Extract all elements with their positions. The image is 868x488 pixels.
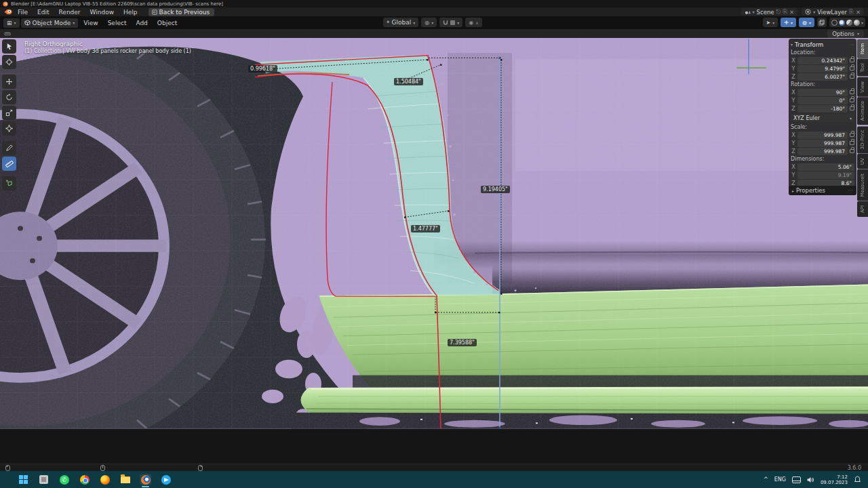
chrome-button[interactable]	[79, 474, 90, 485]
lock-icon[interactable]	[850, 98, 854, 102]
menu-render[interactable]: Render	[55, 8, 85, 16]
tab-measureit[interactable]: MeasureIt	[857, 169, 868, 201]
lock-icon[interactable]	[850, 133, 854, 137]
transform-tool[interactable]	[2, 121, 16, 136]
lock-icon[interactable]	[850, 66, 854, 70]
lock-icon[interactable]	[850, 149, 854, 153]
new-scene-icon[interactable]: ⎘	[783, 8, 787, 16]
menu-window[interactable]: Window	[86, 8, 119, 16]
tab-item[interactable]: Item	[857, 39, 868, 58]
select-box-tool[interactable]	[2, 39, 16, 54]
snap-controls[interactable]: ▾	[439, 18, 462, 27]
rotation-mode-dropdown[interactable]: XYZ Euler ▾	[791, 114, 854, 122]
menu-object[interactable]: Object	[153, 19, 181, 27]
solid-shading-button[interactable]	[839, 20, 845, 26]
add-cube-tool[interactable]	[2, 176, 16, 190]
cursor-tool[interactable]	[2, 55, 16, 69]
close-icon[interactable]: ✕	[789, 9, 794, 16]
options-dropdown[interactable]: Options ▾	[827, 30, 864, 38]
new-layer-icon[interactable]: ⎘	[849, 8, 854, 16]
orientation-dropdown[interactable]: ⌖ Global ▾	[383, 18, 418, 27]
menu-help[interactable]: Help	[119, 8, 142, 16]
view-layer-selector[interactable]: ▾ ViewLayer ⎘ ✕	[802, 8, 864, 16]
unlink-icon[interactable]: ⎋	[776, 8, 781, 16]
tab-3d-print[interactable]: 3D-Print	[857, 126, 868, 153]
scene-selector[interactable]: ▾ Scene ⎋ ⎘ ✕	[741, 8, 798, 16]
move-tool[interactable]	[2, 75, 16, 89]
rotation-z-field[interactable]: -180°	[797, 105, 848, 113]
menu-view[interactable]: View	[79, 19, 102, 27]
file-explorer-button[interactable]	[119, 474, 131, 485]
tab-view[interactable]: View	[857, 77, 868, 97]
scale-z-row: Z 999.987	[791, 147, 854, 155]
editor-type-dropdown[interactable]: ⊞ ▾	[3, 18, 20, 28]
language-indicator[interactable]: ENG	[774, 476, 786, 483]
touchpad-icon[interactable]	[792, 476, 801, 483]
measurement-label-upper[interactable]: 1.50484"	[394, 78, 423, 85]
measurement-label-top[interactable]: 0.99618"	[248, 65, 277, 73]
whatsapp-button[interactable]: ✆	[58, 474, 70, 485]
measurement-label-mid[interactable]: 1.47777"	[411, 225, 440, 232]
transform-panel-header[interactable]: ▾ Transform ⋯	[791, 40, 854, 49]
rendered-shading-button[interactable]	[854, 20, 860, 26]
material-preview-button[interactable]	[846, 20, 852, 26]
scale-y-field[interactable]: 999.987	[797, 140, 848, 147]
wireframe-shading-button[interactable]	[831, 20, 837, 26]
tab-api[interactable]: API	[857, 201, 868, 217]
location-y-field[interactable]: 9.4799"	[797, 65, 848, 73]
rotation-x-field[interactable]: 90°	[797, 89, 848, 96]
properties-panel-header[interactable]: ▸ Properties ⋯	[789, 186, 856, 195]
notification-bell-icon[interactable]	[854, 476, 861, 483]
location-x-field[interactable]: 0.24342"	[797, 57, 848, 64]
telegram-icon	[161, 475, 171, 485]
telegram-button[interactable]	[160, 474, 172, 485]
chevron-down-icon: ▾	[809, 20, 811, 25]
generic-app-button[interactable]	[38, 474, 50, 485]
object-visibility-dropdown[interactable]: ➤ ▾	[763, 18, 778, 27]
tray-expand-chevron[interactable]: ^	[764, 476, 768, 483]
scale-tool[interactable]	[2, 106, 16, 120]
gizmos-toggle[interactable]: ✛ ▾	[781, 18, 796, 27]
blender-taskbar-button[interactable]	[140, 474, 151, 485]
menu-add[interactable]: Add	[132, 19, 151, 27]
back-to-previous-button[interactable]: Back to Previous	[149, 8, 215, 16]
start-button[interactable]	[18, 474, 29, 485]
lock-icon[interactable]	[850, 141, 854, 145]
pivot-point-dropdown[interactable]: ◎ ▾	[421, 18, 437, 27]
annotate-tool[interactable]	[2, 141, 16, 155]
menu-edit[interactable]: Edit	[33, 8, 53, 16]
xray-toggle[interactable]	[817, 18, 827, 27]
location-z-field[interactable]: 6.0027"	[797, 73, 848, 81]
mode-dropdown[interactable]: Object Mode ▾	[21, 18, 79, 28]
lock-icon[interactable]	[850, 90, 854, 94]
collapse-icon: ▾	[791, 42, 793, 47]
tab-uv[interactable]: UV	[857, 154, 868, 169]
dimensions-y-field[interactable]: 9.19"	[797, 171, 854, 179]
sidebar-tabs: Item Tool View Animate 3D-Print UV Measu…	[857, 39, 868, 218]
blender-logo-menu[interactable]	[4, 9, 12, 15]
scale-x-field[interactable]: 999.987	[797, 131, 848, 139]
proportional-edit-controls[interactable]: ◉ ∧	[465, 18, 481, 27]
lock-icon[interactable]	[850, 75, 854, 79]
lock-icon[interactable]	[850, 58, 854, 62]
close-icon[interactable]: ✕	[856, 9, 861, 16]
measurement-label-lower[interactable]: 7.39588"	[448, 339, 477, 346]
clock[interactable]: 7:12 09.07.2023	[821, 474, 848, 485]
menu-select[interactable]: Select	[104, 19, 131, 27]
tab-tool[interactable]: Tool	[857, 59, 868, 77]
rotation-y-field[interactable]: 0°	[797, 97, 848, 104]
scale-z-field[interactable]: 999.987	[797, 148, 848, 155]
firefox-button[interactable]	[99, 474, 111, 485]
menu-file[interactable]: File	[14, 8, 32, 16]
dimensions-x-field[interactable]: 5.06"	[797, 163, 854, 171]
measure-tool[interactable]	[2, 157, 16, 171]
lock-icon[interactable]	[850, 106, 854, 110]
measurement-label-height[interactable]: 9.19405"	[481, 186, 510, 193]
speaker-icon[interactable]	[807, 476, 814, 483]
panel-menu-icon[interactable]: ⋯	[850, 42, 854, 47]
viewport-3d[interactable]: Right Orthographic (1) Collection | VW b…	[0, 38, 868, 464]
magnet-icon	[443, 20, 448, 26]
overlays-toggle[interactable]: ◍ ▾	[799, 18, 814, 27]
tab-animate[interactable]: Animate	[857, 97, 868, 125]
rotate-tool[interactable]	[2, 90, 16, 104]
